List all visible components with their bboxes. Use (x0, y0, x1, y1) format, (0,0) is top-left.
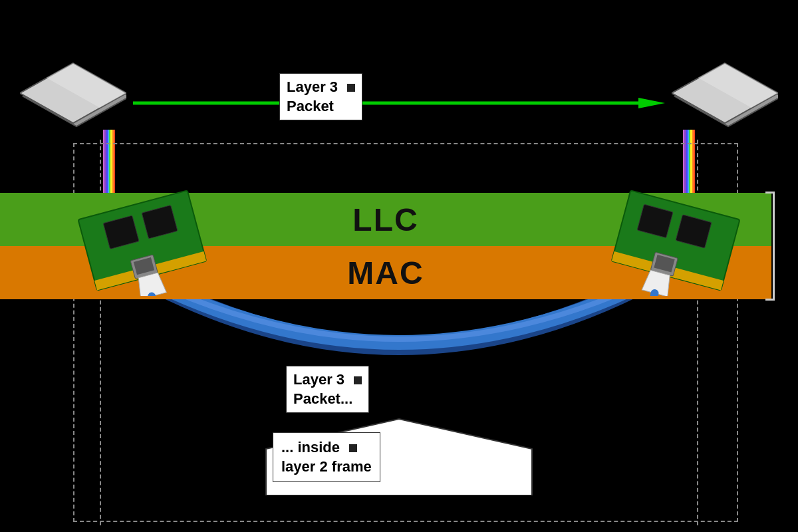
label-frame-line2: layer 2 frame (281, 458, 372, 475)
device-right (672, 60, 778, 140)
layer2-bracket (765, 192, 775, 301)
label-frame: ... inside layer 2 frame (273, 432, 380, 482)
label-bottom-dot (354, 376, 362, 384)
label-top-line2: Packet (287, 98, 334, 114)
nic-right (598, 190, 745, 299)
label-bottom-line1: Layer 3 (293, 371, 344, 388)
svg-marker-7 (638, 98, 665, 108)
arrow-line (133, 96, 665, 99)
llc-label: LLC (352, 201, 418, 238)
nic-left (73, 190, 219, 299)
label-bottom-line2: Packet... (293, 390, 352, 407)
label-frame-line1: ... inside (281, 439, 340, 456)
label-top: Layer 3 Packet (279, 73, 362, 120)
label-frame-dot (349, 444, 357, 452)
label-bottom: Layer 3 Packet... (286, 366, 369, 413)
label-top-dot (347, 84, 355, 92)
device-left (20, 60, 126, 140)
label-top-line1: Layer 3 (287, 78, 338, 95)
mac-label: MAC (347, 255, 424, 291)
